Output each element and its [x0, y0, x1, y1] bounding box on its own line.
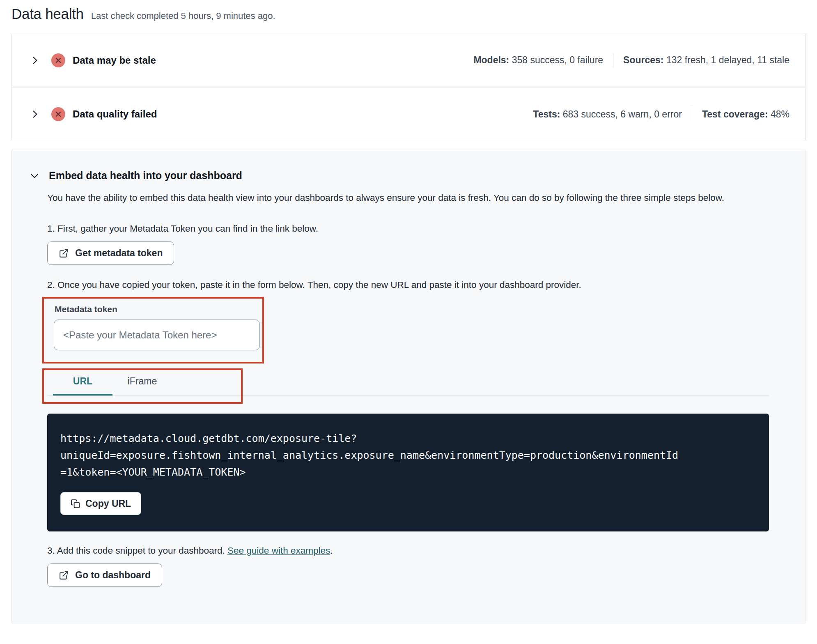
test-coverage-stat: Test coverage: 48%	[702, 109, 789, 120]
sources-stat-label: Sources:	[623, 55, 663, 65]
x-circle-icon	[51, 107, 65, 121]
step-1-text: 1. First, gather your Metadata Token you…	[47, 223, 805, 234]
chevron-right-icon	[30, 55, 40, 66]
step-3-text: 3. Add this code snippet to your dashboa…	[47, 545, 805, 556]
tests-stat: Tests: 683 success, 6 warn, 0 error	[533, 109, 682, 120]
sources-stat: Sources: 132 fresh, 1 delayed, 11 stale	[623, 55, 789, 66]
tabstrip: URL iFrame	[47, 368, 769, 396]
get-metadata-token-button[interactable]: Get metadata token	[47, 242, 174, 265]
chevron-right-icon	[30, 109, 40, 120]
embed-section-header[interactable]: Embed data health into your dashboard	[12, 170, 805, 182]
page-header: Data health Last check completed 5 hours…	[0, 0, 817, 22]
stat-divider	[692, 107, 692, 122]
last-check-status: Last check completed 5 hours, 9 minutes …	[91, 11, 275, 21]
test-coverage-stat-label: Test coverage:	[702, 109, 768, 120]
step-2-text: 2. Once you have copied your token, past…	[47, 280, 805, 290]
token-field-annotation-box: Metadata token	[42, 297, 264, 363]
status-row-quality[interactable]: Data quality failed Tests: 683 success, …	[12, 87, 805, 141]
embed-section-title: Embed data health into your dashboard	[49, 170, 242, 182]
embed-url-line: https://metadata.cloud.getdbt.com/exposu…	[60, 430, 755, 447]
embed-section: Embed data health into your dashboard Yo…	[11, 149, 806, 624]
guide-link[interactable]: See guide with examples	[227, 545, 330, 556]
step-3-prefix: 3. Add this code snippet to your dashboa…	[47, 545, 227, 556]
stat-divider	[613, 53, 613, 68]
embed-description: You have the ability to embed this data …	[47, 190, 745, 206]
status-row-label: Data may be stale	[73, 55, 156, 66]
status-row-stats: Tests: 683 success, 6 warn, 0 error Test…	[533, 107, 789, 122]
embed-url-line: uniqueId=exposure.fishtown_internal_anal…	[60, 447, 755, 464]
embed-url-code-block: https://metadata.cloud.getdbt.com/exposu…	[47, 414, 769, 531]
sources-stat-value: 132 fresh, 1 delayed, 11 stale	[666, 55, 789, 65]
get-metadata-token-label: Get metadata token	[75, 248, 163, 259]
models-stat-label: Models:	[473, 55, 509, 65]
embed-url-line: =1&token=<YOUR_METADATA_TOKEN>	[60, 464, 755, 481]
tests-stat-value: 683 success, 6 warn, 0 error	[563, 109, 682, 120]
status-row-label: Data quality failed	[73, 108, 157, 120]
tests-stat-label: Tests:	[533, 109, 560, 120]
copy-icon	[71, 499, 80, 508]
expand-row-button[interactable]	[29, 108, 41, 120]
chevron-down-icon	[29, 170, 40, 181]
x-circle-icon	[51, 53, 65, 67]
copy-url-label: Copy URL	[85, 498, 131, 509]
status-row-stats: Models: 358 success, 0 failure Sources: …	[473, 53, 789, 68]
go-to-dashboard-button[interactable]: Go to dashboard	[47, 564, 162, 587]
status-row-stale[interactable]: Data may be stale Models: 358 success, 0…	[12, 33, 805, 87]
tab-url[interactable]: URL	[53, 368, 112, 396]
models-stat-value: 358 success, 0 failure	[512, 55, 603, 65]
status-card: Data may be stale Models: 358 success, 0…	[11, 33, 806, 141]
go-to-dashboard-label: Go to dashboard	[75, 570, 151, 581]
models-stat: Models: 358 success, 0 failure	[473, 55, 603, 66]
copy-url-button[interactable]: Copy URL	[60, 492, 141, 515]
output-format-tabs: URL iFrame	[42, 368, 805, 405]
external-link-icon	[59, 248, 69, 258]
metadata-token-label: Metadata token	[55, 304, 262, 314]
metadata-token-input[interactable]	[54, 320, 260, 350]
step-3-suffix: .	[330, 545, 333, 556]
test-coverage-stat-value: 48%	[771, 109, 789, 120]
external-link-icon	[59, 570, 69, 580]
expand-row-button[interactable]	[29, 55, 41, 66]
tab-iframe[interactable]: iFrame	[112, 368, 172, 396]
page-title: Data health	[11, 6, 84, 22]
